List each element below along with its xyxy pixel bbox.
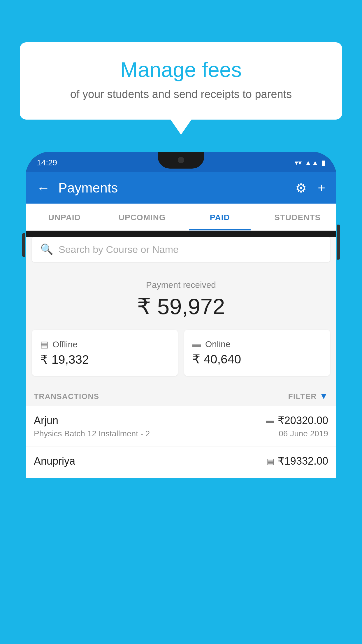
phone-side-btn-right [337,225,340,260]
transaction-amount-wrap-2: ▤ ₹19332.00 [267,455,328,467]
battery-icon: ▮ [321,159,325,167]
offline-label: Offline [52,340,78,349]
bubble-subtitle: of your students and send receipts to pa… [37,87,325,102]
payment-type-icon-1: ▬ [266,416,274,425]
transaction-row[interactable]: Anupriya ▤ ₹19332.00 [26,447,336,478]
payment-received-section: Payment received ₹ 59,972 [26,268,336,330]
transaction-row[interactable]: Arjun ▬ ₹20320.00 Physics Batch 12 Insta… [26,406,336,447]
tab-students[interactable]: STUDENTS [259,204,337,230]
payment-received-amount: ₹ 59,972 [26,293,336,319]
offline-payment-card: ▤ Offline ₹ 19,332 [32,330,178,376]
online-label: Online [205,339,231,349]
back-button[interactable]: ← [37,180,50,196]
page-title: Payments [58,180,295,196]
tabs-container: UNPAID UPCOMING PAID STUDENTS [26,204,336,231]
status-icons: ▾▾ ▲▲ ▮ [295,159,325,167]
transaction-amount-1: ₹20320.00 [278,414,328,427]
payment-cards-row: ▤ Offline ₹ 19,332 ▬ Online ₹ 40,640 [26,330,336,385]
front-camera [178,157,184,163]
speech-bubble: Manage fees of your students and send re… [20,42,342,120]
offline-icon: ▤ [40,339,48,349]
tab-paid[interactable]: PAID [181,204,259,230]
wifi-icon: ▾▾ [295,159,302,167]
payment-type-icon-2: ▤ [267,456,274,466]
status-time: 14:29 [37,158,57,167]
app-bar-actions: ⚙ + [295,181,325,195]
search-input[interactable]: Search by Course or Name [59,244,179,255]
filter-icon: ▼ [320,392,328,401]
online-amount: ₹ 40,640 [192,352,322,366]
phone-frame: 14:29 ▾▾ ▲▲ ▮ ← Payments ⚙ + UNPAID UPCO… [26,152,336,478]
transaction-amount-2: ₹19332.00 [278,455,328,467]
signal-icon: ▲▲ [305,159,319,167]
online-payment-card: ▬ Online ₹ 40,640 [184,330,330,376]
phone-notch [158,152,204,169]
transaction-course-1: Physics Batch 12 Installment - 2 [34,429,150,438]
phone-side-btn-left [22,233,25,257]
search-bar[interactable]: 🔍 Search by Course or Name [32,237,330,262]
filter-button[interactable]: FILTER ▼ [288,392,328,401]
offline-amount: ₹ 19,332 [40,352,170,367]
app-bar: ← Payments ⚙ + [26,172,336,204]
search-icon: 🔍 [40,243,53,256]
transaction-amount-wrap-1: ▬ ₹20320.00 [266,414,328,427]
tab-upcoming[interactable]: UPCOMING [103,204,181,230]
filter-label: FILTER [288,392,317,401]
transaction-name-1: Arjun [34,414,58,427]
payment-received-label: Payment received [26,280,336,290]
transaction-name-2: Anupriya [34,455,75,467]
online-icon: ▬ [192,339,201,349]
transactions-label: TRANSACTIONS [34,392,99,401]
tab-unpaid[interactable]: UNPAID [26,204,103,230]
transaction-date-1: 06 June 2019 [279,429,328,438]
add-icon[interactable]: + [318,181,325,195]
phone-wrapper: 14:29 ▾▾ ▲▲ ▮ ← Payments ⚙ + UNPAID UPCO… [26,152,336,644]
transactions-header: TRANSACTIONS FILTER ▼ [26,385,336,406]
settings-icon[interactable]: ⚙ [295,181,307,195]
bubble-title: Manage fees [37,58,325,81]
content-area: 🔍 Search by Course or Name Payment recei… [26,237,336,478]
